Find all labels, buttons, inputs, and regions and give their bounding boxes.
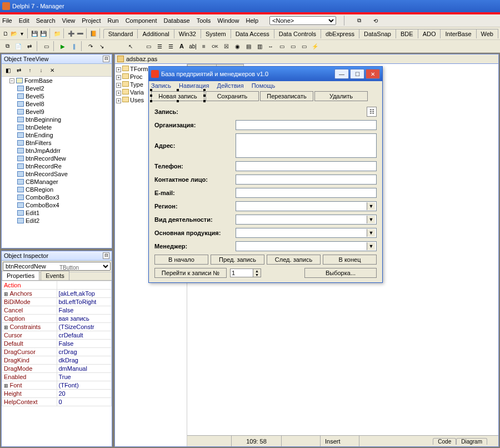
tool-a-icon[interactable]: ⧉: [354, 16, 364, 26]
field-input[interactable]: [236, 215, 377, 225]
tree-item[interactable]: Bevel2: [17, 84, 112, 92]
comp-radiogroup-icon[interactable]: ▭: [288, 41, 298, 51]
tree-item[interactable]: ComboBox4: [17, 201, 112, 209]
run-icon[interactable]: ▶: [58, 41, 68, 51]
palette-tab-win32[interactable]: Win32: [174, 29, 201, 38]
btn-first[interactable]: В начало: [154, 255, 208, 265]
property-row[interactable]: HelpContext0: [2, 398, 112, 406]
comp-panel-icon[interactable]: ▭: [299, 41, 309, 51]
comp-actionlist-icon[interactable]: ⚡: [310, 41, 320, 51]
comp-groupbox-icon[interactable]: ▭: [277, 41, 287, 51]
form-menu-record[interactable]: Запись: [151, 82, 171, 89]
field-input[interactable]: [236, 241, 377, 251]
palette-tab-interbase[interactable]: InterBase: [440, 29, 476, 38]
property-row[interactable]: Font(TFont): [2, 381, 112, 390]
comp-combobox-icon[interactable]: ▥: [254, 41, 264, 51]
field-input[interactable]: [236, 175, 377, 185]
menu-component[interactable]: Component: [126, 17, 157, 24]
tree-item[interactable]: Edit1: [17, 209, 112, 217]
close-icon[interactable]: ✕: [366, 69, 380, 79]
menu-run[interactable]: Run: [107, 17, 118, 24]
property-row[interactable]: Action: [2, 281, 112, 290]
comp-label-icon[interactable]: A: [177, 41, 187, 51]
palette-tab-ado[interactable]: ADO: [418, 29, 441, 38]
form-menu-nav[interactable]: Навигация: [179, 82, 209, 89]
viewform-icon[interactable]: ⧉: [2, 41, 12, 51]
oi-tab-events[interactable]: Events: [41, 271, 69, 280]
field-input[interactable]: [236, 201, 377, 211]
field-input[interactable]: [236, 188, 377, 198]
btn-last[interactable]: В конец: [323, 255, 377, 265]
field-input[interactable]: [236, 120, 377, 130]
field-input[interactable]: [236, 133, 377, 158]
palette-tab-dbexpress[interactable]: dbExpress: [321, 29, 359, 38]
palette-tab-datacontrols[interactable]: Data Controls: [274, 29, 321, 38]
property-row[interactable]: Constraints(TSizeConstr: [2, 323, 112, 331]
viewunit-icon[interactable]: 📄: [13, 41, 23, 51]
property-row[interactable]: DragKinddkDrag: [2, 356, 112, 365]
menu-database[interactable]: Database: [164, 17, 190, 24]
form-menu-actions[interactable]: Действия: [217, 82, 243, 89]
maximize-icon[interactable]: ☐: [350, 69, 364, 79]
tree-item[interactable]: Edit2: [17, 217, 112, 225]
palette-tab-additional[interactable]: Additional: [137, 29, 174, 38]
menu-project[interactable]: Project: [82, 17, 101, 24]
tree-item[interactable]: btnJmpAddrr: [17, 147, 112, 155]
property-row[interactable]: DragModedmManual: [2, 365, 112, 373]
btn-next[interactable]: След. запись: [267, 255, 321, 265]
menu-tools[interactable]: Tools: [197, 17, 211, 24]
tree-item[interactable]: btnRecordRe: [17, 162, 112, 170]
otv-tool4-icon[interactable]: ↓: [36, 65, 46, 75]
main-titlebar[interactable]: Delphi 7 - Manager: [0, 0, 500, 12]
palette-tab-web[interactable]: Web: [476, 29, 498, 38]
comp-button-icon[interactable]: OK: [210, 41, 220, 51]
tree-item[interactable]: BtnFilters: [17, 139, 112, 147]
menu-search[interactable]: Search: [36, 17, 56, 24]
comp-scrollbar-icon[interactable]: ↔: [266, 41, 276, 51]
palette-tab-standard[interactable]: Standard: [103, 29, 138, 38]
otv-pin-icon[interactable]: ⊟: [103, 56, 109, 62]
record-detail-icon[interactable]: ☷: [367, 107, 377, 117]
tree-item[interactable]: Bevel8: [17, 100, 112, 108]
property-grid[interactable]: ActionAnchors[akLeft,akTopBiDiModebdLeft…: [2, 281, 112, 406]
palette-tab-bde[interactable]: BDE: [396, 29, 418, 38]
tree-item[interactable]: btnRecordSave: [17, 170, 112, 178]
property-row[interactable]: Height20: [2, 390, 112, 398]
comp-checkbox-icon[interactable]: ☒: [221, 41, 231, 51]
tree-item[interactable]: btnBeginning: [17, 116, 112, 123]
save-icon[interactable]: 💾: [31, 28, 38, 38]
property-row[interactable]: EnabledTrue: [2, 373, 112, 381]
oi-pin-icon[interactable]: ⊟: [103, 252, 109, 259]
menu-edit[interactable]: Edit: [19, 17, 29, 24]
btn-save[interactable]: Сохранить: [206, 91, 259, 101]
form-menu-help[interactable]: Помощь: [252, 82, 276, 89]
palette-tab-dataaccess[interactable]: Data Access: [231, 29, 274, 38]
pointer-icon[interactable]: ↖: [126, 41, 136, 51]
palette-tab-datasnap[interactable]: DataSnap: [359, 29, 396, 38]
comp-popup-icon[interactable]: ☰: [166, 41, 176, 51]
oi-tab-properties[interactable]: Properties: [2, 271, 39, 280]
tab-diagram[interactable]: Diagram: [456, 438, 487, 445]
tree-item[interactable]: Bevel9: [17, 108, 112, 116]
form-designer-window[interactable]: База предприятий и менеджеров v1.0 — ☐ ✕…: [148, 66, 383, 283]
property-row[interactable]: CursorcrDefault: [2, 331, 112, 340]
removefile-icon[interactable]: ➖: [76, 28, 84, 38]
btn-rewrite[interactable]: Перезаписать: [260, 91, 313, 101]
menu-help[interactable]: Help: [246, 17, 258, 24]
editor-file-tab[interactable]: adsbaz.pas: [126, 56, 157, 62]
menu-window[interactable]: Window: [217, 17, 239, 24]
comp-frame-icon[interactable]: ▭: [143, 41, 153, 51]
comp-memo-icon[interactable]: ≡: [199, 41, 209, 51]
menu-view[interactable]: View: [62, 17, 76, 24]
tree-item[interactable]: btnEnding: [17, 131, 112, 139]
tool-b-icon[interactable]: ⟲: [371, 16, 381, 26]
goto-spinedit[interactable]: ▲▼: [230, 268, 261, 277]
property-row[interactable]: CancelFalse: [2, 306, 112, 315]
menu-file[interactable]: File: [2, 17, 12, 24]
tree-item[interactable]: CBManager: [17, 178, 112, 186]
project-combo[interactable]: <None>: [269, 16, 336, 25]
btn-delete[interactable]: Удалить: [314, 91, 368, 101]
open-dropdown-icon[interactable]: ▾: [19, 28, 25, 38]
btn-goto[interactable]: Перейти к записи №: [154, 268, 227, 278]
stepover-icon[interactable]: ↷: [86, 41, 96, 51]
